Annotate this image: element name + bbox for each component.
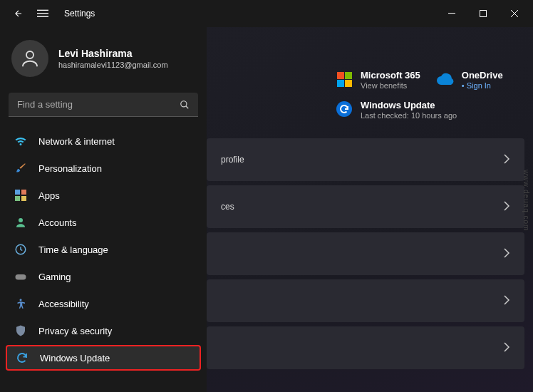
svg-rect-0	[37, 10, 48, 11]
shield-icon	[14, 324, 27, 337]
svg-rect-1	[37, 13, 48, 14]
settings-panel[interactable]: profile	[207, 138, 524, 181]
sidebar-item-privacy[interactable]: Privacy & security	[6, 318, 201, 344]
back-button[interactable]	[13, 8, 24, 19]
microsoft-logo-icon	[335, 70, 353, 88]
sidebar-item-label: Apps	[38, 190, 60, 201]
svg-rect-10	[21, 196, 26, 201]
svg-rect-8	[21, 190, 26, 195]
sidebar-item-personalization[interactable]: Personalization	[6, 155, 201, 181]
maximize-button[interactable]	[467, 2, 499, 25]
sync-circle-icon	[335, 100, 353, 118]
titlebar: Settings	[0, 0, 533, 27]
window-title: Settings	[64, 9, 95, 19]
sidebar-item-gaming[interactable]: Gaming	[6, 264, 201, 289]
brush-icon	[14, 162, 27, 175]
watermark: www.deuaq.com	[522, 170, 530, 231]
sidebar-item-apps[interactable]: Apps	[6, 182, 201, 208]
search-box[interactable]	[9, 93, 198, 117]
settings-panel[interactable]	[207, 326, 524, 369]
sidebar-item-label: Personalization	[38, 163, 102, 174]
nav-list: Network & internet Personalization Apps …	[6, 128, 201, 371]
sidebar-item-label: Privacy & security	[38, 326, 112, 336]
sidebar-item-label: Network & internet	[38, 136, 115, 147]
chevron-right-icon	[503, 342, 510, 354]
svg-point-6	[181, 100, 187, 106]
chevron-right-icon	[503, 248, 510, 260]
search-icon	[180, 100, 190, 110]
sidebar-item-time-language[interactable]: Time & language	[6, 237, 201, 262]
sidebar-item-network[interactable]: Network & internet	[6, 128, 201, 154]
sync-icon	[16, 351, 29, 364]
gamepad-icon	[14, 270, 27, 283]
svg-point-15	[336, 101, 352, 117]
sidebar-item-label: Accounts	[38, 217, 76, 228]
svg-point-14	[20, 299, 22, 301]
sidebar-item-label: Gaming	[38, 272, 71, 282]
user-profile[interactable]: Levi Hashirama hashiramalevi1123@gmail.c…	[6, 40, 201, 90]
panel-label: profile	[221, 155, 244, 165]
panel-label: ces	[221, 202, 234, 212]
chevron-right-icon	[503, 201, 510, 213]
user-name: Levi Hashirama	[58, 48, 168, 59]
sidebar-item-label: Accessibility	[38, 299, 89, 309]
chevron-right-icon	[503, 154, 510, 166]
onedrive-icon	[436, 70, 455, 88]
wifi-icon	[14, 135, 27, 148]
settings-panel[interactable]	[207, 232, 524, 275]
card-onedrive[interactable]: OneDrive • Sign In	[436, 70, 503, 90]
svg-rect-13	[16, 274, 26, 280]
sidebar-item-label: Time & language	[38, 244, 108, 255]
sidebar-item-accessibility[interactable]: Accessibility	[6, 291, 201, 316]
settings-panel[interactable]: ces	[207, 185, 524, 228]
card-windows-update[interactable]: Windows Update Last checked: 10 hours ag…	[207, 100, 524, 120]
close-button[interactable]	[499, 2, 530, 25]
svg-rect-7	[15, 190, 20, 195]
menu-icon[interactable]	[37, 8, 48, 19]
minimize-button[interactable]	[436, 2, 467, 25]
sidebar-item-windows-update[interactable]: Windows Update	[6, 345, 201, 371]
card-subtitle[interactable]: • Sign In	[462, 81, 503, 90]
sidebar-item-accounts[interactable]: Accounts	[6, 210, 201, 235]
svg-point-11	[19, 218, 23, 222]
card-title: Windows Update	[361, 100, 457, 110]
card-subtitle: Last checked: 10 hours ago	[361, 111, 457, 120]
chevron-right-icon	[503, 295, 510, 307]
card-title: OneDrive	[462, 70, 503, 81]
sidebar-item-label: Windows Update	[40, 353, 110, 363]
svg-rect-9	[15, 196, 20, 201]
accessibility-icon	[14, 297, 27, 310]
clock-globe-icon	[14, 243, 27, 256]
svg-rect-2	[37, 16, 48, 17]
card-microsoft-365[interactable]: Microsoft 365 View benefits	[335, 70, 420, 90]
card-subtitle: View benefits	[361, 81, 420, 90]
settings-panel[interactable]	[207, 279, 524, 322]
user-email: hashiramalevi1123@gmail.com	[58, 61, 168, 69]
sidebar: Levi Hashirama hashiramalevi1123@gmail.c…	[0, 27, 207, 392]
card-title: Microsoft 365	[361, 70, 420, 81]
svg-point-5	[26, 51, 33, 58]
search-input[interactable]	[17, 99, 180, 110]
person-icon	[14, 216, 27, 229]
apps-icon	[14, 189, 27, 202]
main-pane: Microsoft 365 View benefits OneDrive • S…	[207, 27, 533, 392]
svg-rect-3	[448, 13, 455, 14]
avatar	[11, 40, 48, 77]
svg-rect-4	[480, 11, 487, 17]
